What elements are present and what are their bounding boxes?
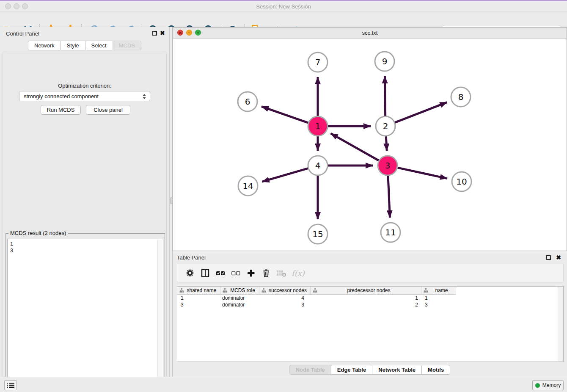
table-cell[interactable]: 2 [311,301,421,308]
table-cell[interactable]: 3 [177,301,220,308]
close-panel-icon[interactable]: ✖ [556,254,561,261]
add-column-button[interactable] [243,267,259,279]
settings-gear-button[interactable] [182,267,198,279]
table-tab-network-table[interactable]: Network Table [372,365,421,375]
table-body: 1dominator4113dominator323 [177,295,563,308]
node-9[interactable]: 9 [375,52,394,71]
task-history-button[interactable] [4,380,17,390]
memory-label: Memory [542,382,561,388]
close-panel-button[interactable]: Close panel [86,105,130,115]
edge-1-6[interactable] [261,107,308,123]
column-header-successor-nodes[interactable]: successor nodes [259,287,311,295]
column-label: shared name [187,287,216,293]
node-8[interactable]: 8 [451,87,471,107]
columns-icon [201,269,209,277]
edge-3-1[interactable] [330,133,379,160]
node-label: 8 [458,92,464,102]
splitter-grip[interactable] [170,197,172,204]
edge-3-10[interactable] [397,168,447,178]
edge-2-8[interactable] [395,102,447,123]
table-cell[interactable]: dominator [220,295,259,301]
delete-table-button[interactable] [274,267,289,279]
table-scrollbar[interactable] [558,287,563,362]
run-mcds-button[interactable]: Run MCDS [41,105,81,115]
result-scrollbar[interactable] [157,240,162,392]
window-title: Session: New Session [0,3,567,10]
node-label: 10 [456,177,467,187]
table-cell[interactable]: 4 [259,295,311,301]
table-cell[interactable]: dominator [220,301,259,308]
optimization-dropdown[interactable]: strongly connected component [19,91,150,101]
float-panel-icon[interactable] [546,255,551,260]
float-panel-icon[interactable] [152,31,157,36]
close-panel-icon[interactable]: ✖ [160,30,165,36]
node-6[interactable]: 6 [238,92,257,111]
network-view-title: scc.txt [173,30,567,36]
add-icon [247,269,255,277]
node-3[interactable]: 3 [378,156,397,175]
network-graph-canvas[interactable]: 1234678910111415 [173,39,567,251]
column-label: MCDS role [230,287,255,293]
node-4[interactable]: 4 [308,156,328,175]
tab-select[interactable]: Select [85,41,113,50]
column-header-shared-name[interactable]: shared name [177,287,220,295]
unselect-all-columns-button[interactable] [228,267,243,279]
optimization-label: Optimization criterion: [3,83,166,89]
table-panel: Table Panel ✖ [173,253,567,377]
node-10[interactable]: 10 [452,172,471,191]
table-cell[interactable]: 1 [311,295,421,301]
control-panel-title: Control Panel [6,30,39,37]
node-label: 9 [382,56,388,66]
trash-icon [262,269,270,277]
node-label: 1 [315,121,321,131]
table-cell[interactable]: 3 [259,301,311,308]
column-header-predecessor-nodes[interactable]: predecessor nodes [311,287,421,295]
vertical-splitter[interactable] [169,27,173,377]
column-header-mcds-role[interactable]: MCDS role [220,287,259,295]
column-chooser-button[interactable] [198,267,213,279]
column-label: name [435,287,448,293]
checked-boxes-icon [216,269,225,277]
node-15[interactable]: 15 [308,224,328,244]
node-11[interactable]: 11 [381,223,400,242]
column-header-name[interactable]: name [421,287,456,295]
table-tab-motifs[interactable]: Motifs [421,365,450,375]
table-toolbar: f(x) [177,264,564,282]
node-label: 14 [242,181,253,191]
select-all-columns-button[interactable] [213,267,228,279]
network-view-titlebar[interactable]: ✕ − + scc.txt [173,28,567,39]
edge-2-9[interactable] [385,76,385,116]
table-tab-edge-table[interactable]: Edge Table [331,365,372,375]
table-cell[interactable]: 3 [421,301,456,308]
function-builder-button[interactable]: f(x) [292,269,305,278]
node-14[interactable]: 14 [238,176,258,196]
tab-mcds[interactable]: MCDS [113,41,141,50]
edge-4-14[interactable] [262,168,308,182]
node-7[interactable]: 7 [308,52,328,72]
node-1[interactable]: 1 [308,116,328,136]
control-panel: Control Panel ✖ NetworkStyleSelectMCDS O… [0,27,169,377]
node-2[interactable]: 2 [376,116,395,136]
status-bar: Memory [0,377,567,392]
memory-button[interactable]: Memory [532,380,564,390]
node-label: 6 [245,97,250,107]
control-panel-header: Control Panel ✖ [0,27,169,40]
table-row[interactable]: 3dominator323 [177,301,563,308]
edge-2-3[interactable] [386,136,387,151]
table-header-row: shared nameMCDS rolesuccessor nodesprede… [177,287,563,295]
tab-network[interactable]: Network [28,41,61,50]
mcds-result-title: MCDS result (2 nodes) [8,230,68,236]
table-cell[interactable]: 1 [177,295,220,301]
delete-column-button[interactable] [259,267,274,279]
edge-3-11[interactable] [388,176,390,218]
column-label: predecessor nodes [347,287,390,293]
table-row[interactable]: 1dominator411 [177,295,563,301]
edges-layer [261,76,447,219]
node-label: 3 [385,160,391,171]
node-table[interactable]: shared nameMCDS rolesuccessor nodesprede… [177,286,564,362]
tab-style[interactable]: Style [61,41,85,50]
mcds-result-text[interactable]: 1 3 [7,239,163,392]
optimization-dropdown-value: strongly connected component [24,93,99,99]
table-cell[interactable]: 1 [421,295,456,301]
table-tab-node-table[interactable]: Node Table [289,365,331,375]
